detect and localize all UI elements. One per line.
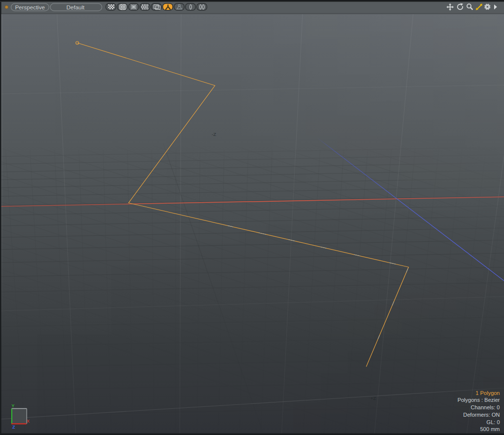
svg-text:Z: Z bbox=[12, 424, 15, 430]
svg-text:+Z: +Z bbox=[370, 395, 376, 401]
svg-text:Channels: 0: Channels: 0 bbox=[471, 404, 500, 410]
svg-text:Default: Default bbox=[66, 4, 85, 10]
svg-text:Deformers: ON: Deformers: ON bbox=[463, 412, 500, 418]
svg-text:GL: 0: GL: 0 bbox=[487, 419, 500, 425]
svg-text:-Z: -Z bbox=[212, 131, 216, 137]
svg-text:Polygons : Bezier: Polygons : Bezier bbox=[458, 397, 500, 403]
svg-text:Y: Y bbox=[11, 403, 14, 408]
svg-text:1 Polygon: 1 Polygon bbox=[476, 390, 500, 396]
svg-text:X: X bbox=[27, 419, 30, 424]
svg-text:Perspective: Perspective bbox=[15, 4, 45, 10]
svg-text:500 mm: 500 mm bbox=[480, 426, 500, 432]
